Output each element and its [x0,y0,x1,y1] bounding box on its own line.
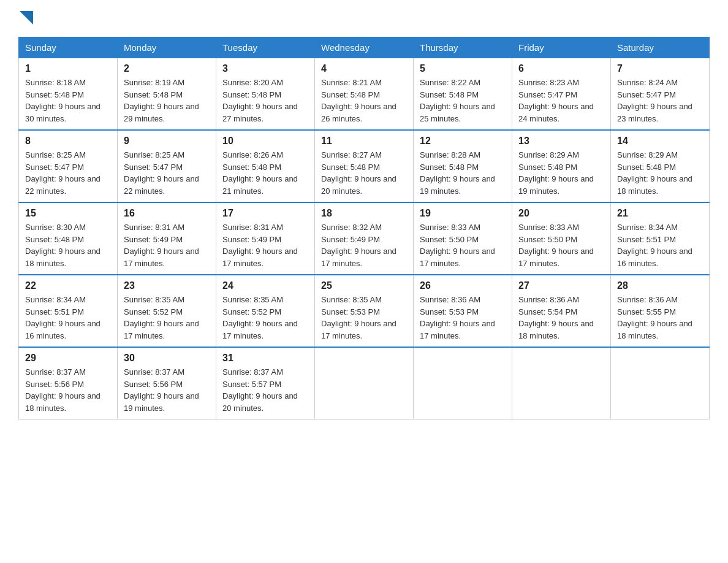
weekday-header-thursday: Thursday [414,37,512,58]
day-sunrise: Sunrise: 8:18 AM [25,78,86,87]
day-sunset: Sunset: 5:48 PM [617,163,676,172]
weekday-header-friday: Friday [512,37,611,58]
weekday-header-saturday: Saturday [611,37,710,58]
day-daylight: Daylight: 9 hours and 18 minutes. [617,319,692,340]
day-sunset: Sunset: 5:51 PM [617,235,676,244]
day-sunset: Sunset: 5:54 PM [518,307,577,316]
calendar-cell: 27 Sunrise: 8:36 AM Sunset: 5:54 PM Dayl… [512,275,611,347]
day-sunrise: Sunrise: 8:26 AM [222,150,283,159]
day-sunrise: Sunrise: 8:25 AM [25,150,86,159]
day-sunset: Sunset: 5:49 PM [222,235,281,244]
day-number: 14 [617,136,703,147]
day-sunset: Sunset: 5:49 PM [321,235,380,244]
calendar-cell: 24 Sunrise: 8:35 AM Sunset: 5:52 PM Dayl… [216,275,315,347]
calendar-cell: 30 Sunrise: 8:37 AM Sunset: 5:56 PM Dayl… [118,347,216,419]
weekday-header-monday: Monday [118,37,216,58]
day-sunset: Sunset: 5:53 PM [321,307,380,316]
day-sunrise: Sunrise: 8:20 AM [222,78,283,87]
day-daylight: Daylight: 9 hours and 17 minutes. [124,319,199,340]
calendar-cell: 5 Sunrise: 8:22 AM Sunset: 5:48 PM Dayli… [414,58,512,131]
day-daylight: Daylight: 9 hours and 19 minutes. [124,391,199,413]
day-daylight: Daylight: 9 hours and 17 minutes. [124,247,199,268]
day-daylight: Daylight: 9 hours and 17 minutes. [420,319,495,340]
day-sunrise: Sunrise: 8:29 AM [518,150,579,159]
day-daylight: Daylight: 9 hours and 18 minutes. [25,247,100,268]
day-sunset: Sunset: 5:48 PM [124,90,183,99]
calendar-week-row: 8 Sunrise: 8:25 AM Sunset: 5:47 PM Dayli… [19,130,710,202]
day-number: 9 [124,136,210,147]
calendar-cell: 29 Sunrise: 8:37 AM Sunset: 5:56 PM Dayl… [19,347,118,419]
calendar-cell: 10 Sunrise: 8:26 AM Sunset: 5:48 PM Dayl… [216,130,315,202]
calendar-cell: 14 Sunrise: 8:29 AM Sunset: 5:48 PM Dayl… [611,130,710,202]
day-number: 28 [617,280,703,291]
day-sunrise: Sunrise: 8:33 AM [420,223,480,232]
day-number: 23 [124,280,210,291]
day-daylight: Daylight: 9 hours and 18 minutes. [617,174,692,196]
calendar-cell: 6 Sunrise: 8:23 AM Sunset: 5:47 PM Dayli… [512,58,611,131]
day-number: 18 [321,208,407,219]
calendar-cell: 9 Sunrise: 8:25 AM Sunset: 5:47 PM Dayli… [118,130,216,202]
day-number: 26 [420,280,506,291]
day-sunrise: Sunrise: 8:37 AM [25,367,86,377]
calendar-cell [414,347,512,419]
day-number: 5 [420,63,506,74]
day-sunrise: Sunrise: 8:29 AM [617,150,678,159]
day-sunset: Sunset: 5:52 PM [124,307,183,316]
day-sunset: Sunset: 5:47 PM [124,163,183,172]
day-sunrise: Sunrise: 8:27 AM [321,150,382,159]
calendar-cell: 26 Sunrise: 8:36 AM Sunset: 5:53 PM Dayl… [414,275,512,347]
day-sunset: Sunset: 5:57 PM [222,380,281,389]
day-sunrise: Sunrise: 8:36 AM [420,295,480,304]
weekday-header-tuesday: Tuesday [216,37,315,58]
day-sunrise: Sunrise: 8:35 AM [222,295,283,304]
calendar-cell: 25 Sunrise: 8:35 AM Sunset: 5:53 PM Dayl… [315,275,414,347]
day-sunset: Sunset: 5:48 PM [420,163,479,172]
day-sunset: Sunset: 5:47 PM [518,90,577,99]
day-number: 7 [617,63,703,74]
day-daylight: Daylight: 9 hours and 17 minutes. [321,247,396,268]
calendar-cell: 8 Sunrise: 8:25 AM Sunset: 5:47 PM Dayli… [19,130,118,202]
calendar-cell [315,347,414,419]
day-sunset: Sunset: 5:48 PM [321,163,380,172]
weekday-header-wednesday: Wednesday [315,37,414,58]
day-sunrise: Sunrise: 8:35 AM [124,295,184,304]
day-number: 17 [222,208,308,219]
page-header [18,12,710,25]
day-number: 13 [518,136,604,147]
day-number: 19 [420,208,506,219]
day-number: 11 [321,136,407,147]
day-number: 6 [518,63,604,74]
calendar-cell: 12 Sunrise: 8:28 AM Sunset: 5:48 PM Dayl… [414,130,512,202]
calendar-cell: 31 Sunrise: 8:37 AM Sunset: 5:57 PM Dayl… [216,347,315,419]
day-sunrise: Sunrise: 8:30 AM [25,223,86,232]
day-sunset: Sunset: 5:56 PM [124,380,183,389]
day-sunset: Sunset: 5:50 PM [518,235,577,244]
day-daylight: Daylight: 9 hours and 20 minutes. [321,174,396,196]
day-sunset: Sunset: 5:48 PM [25,90,84,99]
day-daylight: Daylight: 9 hours and 20 minutes. [222,391,298,413]
day-daylight: Daylight: 9 hours and 26 minutes. [321,102,396,123]
calendar-cell: 4 Sunrise: 8:21 AM Sunset: 5:48 PM Dayli… [315,58,414,131]
day-daylight: Daylight: 9 hours and 18 minutes. [518,319,594,340]
calendar-week-row: 22 Sunrise: 8:34 AM Sunset: 5:51 PM Dayl… [19,275,710,347]
calendar-cell [512,347,611,419]
day-sunrise: Sunrise: 8:35 AM [321,295,382,304]
day-daylight: Daylight: 9 hours and 16 minutes. [617,247,692,268]
day-sunrise: Sunrise: 8:28 AM [420,150,480,159]
day-sunset: Sunset: 5:49 PM [124,235,183,244]
day-sunset: Sunset: 5:55 PM [617,307,676,316]
day-number: 2 [124,63,210,74]
day-sunset: Sunset: 5:53 PM [420,307,479,316]
day-number: 31 [222,353,308,364]
calendar-cell: 20 Sunrise: 8:33 AM Sunset: 5:50 PM Dayl… [512,202,611,275]
day-sunset: Sunset: 5:48 PM [222,163,281,172]
calendar-cell: 3 Sunrise: 8:20 AM Sunset: 5:48 PM Dayli… [216,58,315,131]
day-daylight: Daylight: 9 hours and 17 minutes. [321,319,396,340]
calendar-cell: 2 Sunrise: 8:19 AM Sunset: 5:48 PM Dayli… [118,58,216,131]
day-sunset: Sunset: 5:47 PM [617,90,676,99]
day-daylight: Daylight: 9 hours and 16 minutes. [25,319,100,340]
day-sunrise: Sunrise: 8:19 AM [124,78,184,87]
calendar-cell: 21 Sunrise: 8:34 AM Sunset: 5:51 PM Dayl… [611,202,710,275]
day-number: 20 [518,208,604,219]
day-sunrise: Sunrise: 8:36 AM [518,295,579,304]
